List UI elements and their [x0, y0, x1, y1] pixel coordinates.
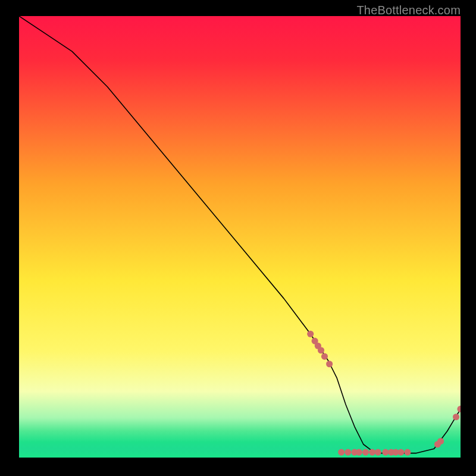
data-marker: [318, 347, 324, 353]
markers-group: [307, 331, 461, 456]
data-marker: [356, 449, 362, 456]
data-marker: [362, 449, 369, 456]
plot-area: [19, 16, 461, 458]
data-marker: [338, 449, 345, 456]
data-marker: [382, 449, 389, 456]
data-marker: [453, 414, 459, 420]
data-marker: [457, 406, 461, 412]
data-marker: [307, 331, 314, 337]
data-marker: [345, 449, 351, 456]
data-marker: [437, 438, 444, 444]
chart-stage: TheBottleneck.com: [0, 0, 476, 476]
data-marker: [326, 361, 333, 367]
data-marker: [375, 449, 381, 456]
bottleneck-curve: [19, 16, 461, 453]
chart-overlay: [19, 16, 461, 458]
data-marker: [321, 353, 328, 360]
watermark-text: TheBottleneck.com: [356, 4, 461, 17]
data-marker: [369, 449, 375, 456]
data-marker: [404, 449, 411, 456]
data-marker: [397, 449, 404, 456]
